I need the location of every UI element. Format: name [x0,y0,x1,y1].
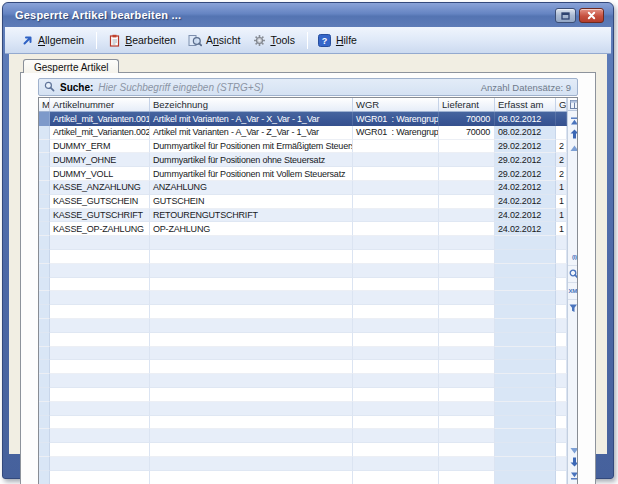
column-header-lieferant[interactable]: Lieferant [439,98,495,111]
cell-artikelnummer [50,250,150,264]
toolbar-button-allgemein[interactable]: Allgemein [15,30,91,50]
cell-erfasst_am [495,264,556,278]
export-xml-button[interactable]: XML [568,282,578,299]
toolbar-button-bearbeiten[interactable]: Bearbeiten [102,30,183,50]
cell-wgr: WGR01 : Warengruppe 1 [353,112,439,126]
cell-m [39,305,50,319]
table-row[interactable]: KASSE_OP-ZAHLUNGOP-ZAHLUNG24.02.20121 [39,222,567,236]
empty-row [39,416,567,430]
filter-button[interactable] [568,299,578,316]
cell-bezeichnung [150,457,353,471]
cell-erfasst_am: 08.02.2012 [495,126,556,140]
cell-bezeichnung: Artikel mit Varianten - A_Var - Z_Var - … [150,126,353,140]
cell-m [39,374,50,388]
table-row[interactable]: DUMMY_OHNEDummyartikel für Positionen oh… [39,153,567,167]
cell-wgr [353,153,439,167]
column-chooser-button[interactable] [568,98,578,111]
table-row[interactable]: DUMMY_ERMDummyartikel für Positionen mit… [39,140,567,154]
cell-g [556,374,567,388]
cell-g [556,291,567,305]
cell-artikelnummer [50,360,150,374]
cell-artikelnummer [50,278,150,292]
cell-g [556,319,567,333]
cell-erfasst_am [495,429,556,443]
column-header-wgr[interactable]: WGR [353,98,439,111]
toolbar-button-ansicht[interactable]: Ansicht [183,30,247,50]
table-row[interactable]: KASSE_ANZAHLUNGANZAHLUNG24.02.20121 [39,181,567,195]
restore-button[interactable] [555,8,576,23]
column-header-g[interactable]: G [556,98,567,111]
cell-bezeichnung: Artikel mit Varianten - A_Var - X_Var - … [150,112,353,126]
table-row[interactable]: KASSE_GUTSCHRIFTRETOURENGUTSCHRIFT24.02.… [39,209,567,223]
cell-lieferant [439,319,495,333]
column-header-artikelnummer[interactable]: Artikelnummer [50,98,150,111]
table-row[interactable]: DUMMY_VOLLDummyartikel für Positionen mi… [39,167,567,181]
cell-lieferant [439,429,495,443]
cell-g: 2 [556,153,567,167]
tab-gesperrte-artikel[interactable]: Gesperrte Artikel [23,59,119,73]
column-header-m[interactable]: M [39,98,50,111]
cell-wgr [353,250,439,264]
cell-bezeichnung [150,374,353,388]
close-button[interactable] [579,8,604,23]
grid-side-scrollbar[interactable]: (I)XML [567,98,578,484]
column-header-bezeichnung[interactable]: Bezeichnung [150,98,353,111]
cell-wgr [353,347,439,361]
cell-artikelnummer [50,457,150,471]
cell-erfasst_am [495,236,556,250]
toolbar-button-tools[interactable]: Tools [247,30,302,50]
cell-g: 1 [556,222,567,236]
cell-lieferant [439,264,495,278]
cell-artikelnummer: Artikel_mit_Varianten.001 [50,112,150,126]
cell-g [556,388,567,402]
empty-row [39,347,567,361]
search-bar[interactable]: Suche: Hier Suchbegriff eingeben (STRG+S… [38,78,578,96]
empty-row [39,333,567,347]
cell-artikelnummer: KASSE_GUTSCHRIFT [50,209,150,223]
cell-artikelnummer [50,291,150,305]
toolbar-button-hilfe[interactable]: ?Hilfe [313,30,364,50]
grid-search-button[interactable] [568,265,578,282]
cell-erfasst_am: 24.02.2012 [495,195,556,209]
go-last-row-button[interactable] [568,469,578,482]
cell-artikelnummer [50,333,150,347]
xml-icon: XML [569,288,579,294]
table-row[interactable]: KASSE_GUTSCHEINGUTSCHEIN24.02.20121 [39,195,567,209]
cell-lieferant [439,471,495,484]
cell-g: 1 [556,209,567,223]
cell-bezeichnung: Dummyartikel für Positionen mit Ermäßigt… [150,140,353,154]
cell-artikelnummer: KASSE_OP-ZAHLUNG [50,222,150,236]
cell-artikelnummer [50,471,150,484]
cell-m [39,347,50,361]
table-row[interactable]: Artikel_mit_Varianten.002Artikel mit Var… [39,126,567,140]
table-row[interactable]: Artikel_mit_Varianten.001Artikel mit Var… [39,112,567,126]
empty-row [39,250,567,264]
cell-wgr: WGR01 : Warengruppe 1 [353,126,439,140]
cell-lieferant: 70000 [439,112,495,126]
column-header-erfasst_am[interactable]: Erfasst am [495,98,556,111]
band-filter-button[interactable]: (I) [568,248,578,265]
cell-lieferant [439,374,495,388]
cell-m [39,319,50,333]
empty-row [39,388,567,402]
cell-wgr [353,236,439,250]
cell-g [556,264,567,278]
cell-lieferant [439,402,495,416]
search-input[interactable]: Hier Suchbegriff eingeben (STRG+S) [98,82,475,93]
cell-artikelnummer [50,264,150,278]
magnifier-icon [569,265,578,283]
empty-row [39,291,567,305]
cell-lieferant [439,443,495,457]
title-bar[interactable]: Gesperrte Artikel bearbeiten ... [3,3,613,27]
cell-lieferant [439,236,495,250]
cell-wgr [353,360,439,374]
cell-bezeichnung [150,250,353,264]
cell-g: 1 [556,181,567,195]
empty-row [39,305,567,319]
cell-bezeichnung [150,388,353,402]
cell-g [556,112,567,126]
cell-erfasst_am [495,374,556,388]
row-up-button[interactable] [568,140,578,153]
cell-wgr [353,278,439,292]
cell-lieferant [439,333,495,347]
